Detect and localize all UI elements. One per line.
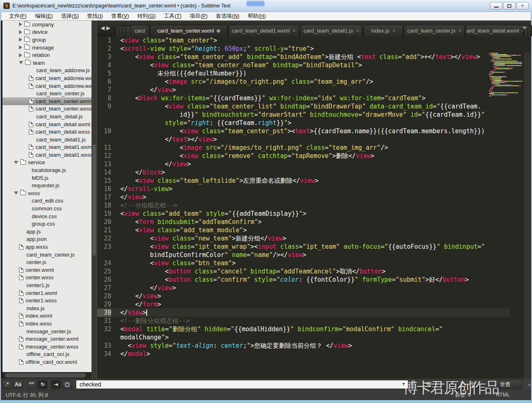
tree-folder-service[interactable]: service	[2, 159, 91, 167]
tab-label[interactable]: card_team_detail1.js	[304, 28, 353, 34]
menu-转到(G)[interactable]: 转到(G)	[134, 12, 159, 21]
find-prev-button[interactable]: 上一个	[450, 380, 484, 389]
search-input[interactable]	[76, 380, 408, 389]
chevron-down-icon[interactable]	[14, 161, 18, 164]
tab-card_team_detail.wxml[interactable]: card_team_detail.wxml×	[466, 25, 523, 36]
case-toggle[interactable]: Aa	[13, 380, 23, 389]
chevron-right-icon[interactable]	[19, 53, 22, 57]
search-history-dropdown-icon[interactable]: ▼	[401, 382, 406, 387]
tree-file-requester.js[interactable]: requester.js	[2, 181, 91, 189]
tree-folder-relation[interactable]: relation	[2, 51, 91, 59]
tree-folder-device[interactable]: device	[2, 28, 91, 36]
tab-label[interactable]: card	[134, 28, 145, 34]
tree-file-localstorage.js[interactable]: localstorage.js	[2, 166, 91, 174]
tree-file-card_team_addcrew.wxml[interactable]: card_team_addcrew.wxml	[2, 74, 91, 82]
menu-文件(F)[interactable]: 文件(F)	[5, 12, 30, 21]
tab-nav-forward-icon[interactable]: ▶	[106, 25, 112, 31]
tab-label[interactable]: card_team_detail1.wxml	[232, 28, 290, 34]
tree-file-index.wxss[interactable]: index.wxss	[2, 320, 91, 328]
tab-overflow-dropdown-icon[interactable]	[522, 26, 527, 30]
tab-label[interactable]: index.js	[371, 28, 389, 34]
stacked-tabs[interactable]	[115, 26, 130, 36]
chevron-right-icon[interactable]	[19, 38, 22, 42]
highlight-toggle[interactable]: ▢	[62, 380, 72, 389]
tab-nav-back-icon[interactable]: ◀	[101, 25, 106, 31]
sidebar-vscroll-thumb[interactable]	[92, 144, 96, 256]
tree-file-app.json[interactable]: app.json	[2, 236, 91, 243]
tab-card[interactable]: card	[130, 25, 149, 36]
tree-file-card_team_center.wxss[interactable]: card_team_center.wxss	[2, 105, 91, 113]
tab-label[interactable]: card_team_center.wxml	[157, 28, 214, 34]
tree-file-device.css[interactable]: device.css	[2, 212, 91, 220]
tree-file-MD5.js[interactable]: MD5.js	[2, 174, 91, 182]
tree-file-card_edit.css[interactable]: card_edit.css	[2, 197, 91, 205]
menu-编辑(E)[interactable]: 编辑(E)	[31, 12, 56, 21]
tab-close-icon[interactable]: ×	[392, 28, 396, 34]
tab-nav-arrows[interactable]: ◀▶	[101, 25, 112, 31]
tab-close-icon[interactable]: ×	[356, 28, 359, 34]
menu-工具(T)[interactable]: 工具(T)	[160, 12, 185, 21]
tree-folder-wxss[interactable]: wxss	[2, 189, 91, 197]
tab-card_team_detail1.js[interactable]: card_team_detail1.js×	[300, 25, 363, 36]
tree-file-card_team_center.js[interactable]: card_team_center.js	[2, 251, 91, 259]
tree-file-card_team_center.wxml[interactable]: card_team_center.wxml	[2, 97, 91, 105]
menu-查找(I)[interactable]: 查找(I)	[83, 12, 106, 21]
tab-index.js[interactable]: index.js×	[363, 25, 403, 36]
tree-file-message_center.wxss[interactable]: message_center.wxss	[2, 343, 91, 351]
tree-file-card_team_detail1.wxml[interactable]: card_team_detail1.wxml	[2, 144, 91, 151]
tree-file-app.wxss[interactable]: app.wxss	[2, 243, 91, 251]
find-panel-close-icon[interactable]: ×	[527, 381, 531, 388]
menu-选择(S)[interactable]: 选择(S)	[57, 12, 82, 21]
tab-label[interactable]: card_team_center.js	[407, 28, 455, 34]
chevron-right-icon[interactable]	[19, 22, 22, 26]
tree-folder-group[interactable]: group	[2, 36, 91, 44]
tab-card_team_center.wxml[interactable]: card_team_center.wxml	[150, 25, 227, 36]
tree-folder-company[interactable]: company	[2, 21, 91, 28]
status-syntax[interactable]: HTML	[496, 392, 510, 399]
regex-toggle[interactable]: .*	[2, 380, 12, 389]
tree-file-offline_card_ocr.wxml[interactable]: offline_card_ocr.wxml	[2, 358, 91, 366]
tree-folder-team[interactable]: team	[2, 59, 91, 67]
menu-查看(V)[interactable]: 查看(V)	[108, 12, 133, 21]
tree-file-card_team_detail1.wxss[interactable]: card_team_detail1.wxss	[2, 151, 91, 159]
tree-file-offline_card_ocr.js[interactable]: offline_card_ocr.js	[2, 351, 91, 358]
menu-首选项(N)[interactable]: 首选项(N)	[212, 12, 243, 21]
tree-file-center1.wxml[interactable]: center1.wxml	[2, 289, 91, 297]
tree-file-card_team_addcrew.js[interactable]: card_team_addcrew.js	[2, 67, 91, 75]
sidebar-vertical-scrollbar[interactable]	[91, 21, 97, 379]
tree-file-app.js[interactable]: app.js	[2, 228, 91, 236]
tree-file-group.css[interactable]: group.css	[2, 220, 91, 228]
menu-项目(P)[interactable]: 项目(P)	[186, 12, 211, 21]
in-selection-toggle[interactable]: ⇥	[51, 380, 61, 389]
tree-file-index.js[interactable]: index.js	[2, 304, 91, 312]
tree-file-common.css[interactable]: common.css	[2, 205, 91, 212]
tree-file-center.wxss[interactable]: center.wxss	[2, 274, 91, 282]
tree-file-card_team_center.js[interactable]: card_team_center.js	[2, 90, 91, 97]
editor-vscroll-thumb[interactable]	[525, 53, 530, 379]
minimize-button[interactable]	[490, 2, 502, 9]
tree-file-center1.js[interactable]: center1.js	[2, 281, 91, 289]
tree-file-card_team_detail.wxml[interactable]: card_team_detail.wxml	[2, 120, 91, 128]
tree-file-message_center.js[interactable]: message_center.js	[2, 328, 91, 335]
tree-file-card_team_addcrew.wxss[interactable]: card_team_addcrew.wxss	[2, 82, 91, 90]
chevron-right-icon[interactable]	[19, 30, 22, 34]
close-button[interactable]: ×	[516, 2, 529, 9]
menu-帮助(H)[interactable]: 帮助(H)	[244, 12, 270, 21]
tree-file-message_center.wxml[interactable]: message_center.wxml	[2, 335, 91, 343]
code-area[interactable]: 1<view class="team_center">2<scroll-view…	[97, 36, 531, 379]
sidebar-hscroll-thumb[interactable]	[5, 373, 86, 377]
editor-vertical-scrollbar[interactable]	[524, 52, 531, 379]
tree-folder-message[interactable]: message	[2, 44, 91, 52]
tree-file-card_team_detail.wxss[interactable]: card_team_detail.wxss	[2, 128, 91, 136]
tab-card_team_center.js[interactable]: card_team_center.js×	[404, 25, 465, 36]
maximize-button[interactable]	[503, 2, 516, 9]
sidebar-horizontal-scrollbar[interactable]	[2, 372, 91, 379]
status-tab-size[interactable]: 标签: 4	[455, 392, 471, 399]
tab-close-icon[interactable]: ×	[293, 28, 296, 34]
tree-file-index.wxml[interactable]: index.wxml	[2, 312, 91, 320]
chevron-right-icon[interactable]	[19, 45, 22, 49]
find-all-button[interactable]: 全查	[488, 380, 523, 389]
tab-close-icon[interactable]: ×	[458, 28, 462, 34]
tree-file-card_team_detail1.js[interactable]: card_team_detail1.js	[2, 136, 91, 144]
tree-file-center.wxml[interactable]: center.wxml	[2, 266, 91, 274]
